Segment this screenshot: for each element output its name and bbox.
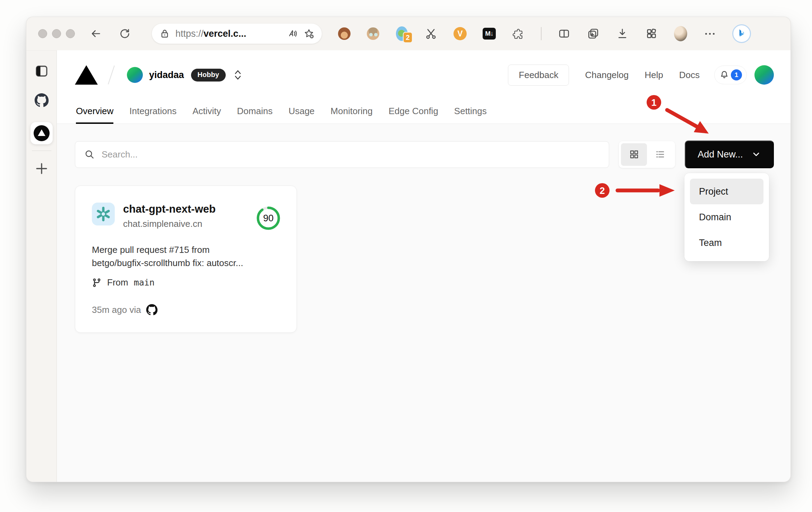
changelog-link[interactable]: Changelog bbox=[585, 70, 629, 80]
analytics-score-ring[interactable]: 90 bbox=[256, 205, 281, 231]
clipper-extension-icon[interactable] bbox=[424, 27, 438, 40]
profile-extension-icon[interactable]: 2 bbox=[395, 27, 408, 40]
tab-overview[interactable]: Overview bbox=[76, 100, 113, 124]
browser-side-tab-bar bbox=[26, 50, 57, 482]
branch-from-label: From bbox=[107, 277, 128, 288]
vercel-tab-active[interactable] bbox=[31, 122, 53, 144]
sidebar-divider bbox=[32, 151, 51, 151]
docs-link[interactable]: Docs bbox=[679, 70, 700, 80]
add-new-label: Add New... bbox=[698, 149, 743, 160]
toggle-pane-button[interactable] bbox=[34, 64, 49, 78]
extension-icons: 2 V M↓ bbox=[338, 24, 751, 43]
github-tab-icon[interactable] bbox=[34, 93, 49, 108]
tab-integrations[interactable]: Integrations bbox=[129, 100, 176, 124]
chevron-down-icon bbox=[751, 150, 761, 159]
refresh-button[interactable] bbox=[117, 26, 132, 41]
close-button[interactable] bbox=[38, 29, 47, 38]
tab-monitoring[interactable]: Monitoring bbox=[330, 100, 372, 124]
team-switcher-icon[interactable] bbox=[233, 69, 243, 81]
v-extension-icon[interactable]: V bbox=[453, 27, 467, 40]
tab-usage[interactable]: Usage bbox=[288, 100, 314, 124]
tab-settings[interactable]: Settings bbox=[454, 100, 487, 124]
dropdown-item-project[interactable]: Project bbox=[690, 179, 763, 204]
project-name[interactable]: chat-gpt-next-web bbox=[123, 203, 216, 216]
team-name[interactable]: yidadaa bbox=[149, 70, 184, 80]
tab-domains[interactable]: Domains bbox=[237, 100, 273, 124]
user-extension-icon[interactable] bbox=[367, 27, 379, 40]
vercel-icon bbox=[34, 125, 50, 141]
add-new-button[interactable]: Add New... bbox=[685, 140, 774, 168]
browser-profile-avatar[interactable] bbox=[674, 27, 687, 40]
analytics-score-value: 90 bbox=[256, 205, 281, 231]
team-avatar[interactable] bbox=[127, 67, 143, 83]
markdown-download-extension-icon[interactable]: M↓ bbox=[483, 27, 496, 40]
feedback-button[interactable]: Feedback bbox=[508, 65, 569, 86]
browser-window: https://vercel.c... 2 V M↓ bbox=[26, 17, 791, 482]
minimize-button[interactable] bbox=[52, 29, 61, 38]
url-text: https://vercel.c... bbox=[175, 28, 282, 39]
project-logo-openai-icon bbox=[92, 203, 115, 225]
search-box[interactable] bbox=[75, 141, 609, 168]
grid-view-icon bbox=[629, 149, 639, 160]
help-link[interactable]: Help bbox=[645, 70, 663, 80]
git-branch-icon bbox=[92, 278, 102, 288]
vercel-dashboard: yidadaa Hobby Feedback Changelog Help Do… bbox=[57, 50, 791, 482]
breadcrumb-slash bbox=[105, 63, 117, 86]
search-input[interactable] bbox=[102, 149, 600, 160]
dropdown-item-team[interactable]: Team bbox=[690, 230, 763, 256]
search-icon bbox=[84, 149, 95, 160]
view-toggle bbox=[619, 141, 675, 168]
split-screen-icon[interactable] bbox=[558, 27, 571, 40]
url-host: vercel.c... bbox=[204, 28, 246, 39]
traffic-lights bbox=[38, 29, 75, 38]
more-menu-icon[interactable] bbox=[703, 27, 716, 40]
grid-view-button[interactable] bbox=[621, 143, 647, 166]
extension-badge: 2 bbox=[403, 32, 413, 43]
notifications-button[interactable]: 1 bbox=[714, 66, 747, 84]
toolbar-divider bbox=[541, 27, 542, 40]
new-tab-button[interactable] bbox=[34, 161, 49, 176]
favorites-icon[interactable] bbox=[304, 28, 314, 39]
project-card[interactable]: chat-gpt-next-web chat.simplenaive.cn 90… bbox=[75, 186, 297, 333]
tampermonkey-extension-icon[interactable] bbox=[338, 27, 351, 40]
vercel-logo[interactable] bbox=[75, 65, 98, 85]
lock-icon bbox=[159, 28, 170, 39]
dropdown-item-domain[interactable]: Domain bbox=[690, 204, 763, 230]
user-avatar[interactable] bbox=[754, 65, 774, 85]
branch-row: From main bbox=[92, 277, 280, 288]
notification-count-badge: 1 bbox=[731, 69, 742, 80]
project-domain[interactable]: chat.simplenaive.cn bbox=[123, 219, 216, 229]
bing-chat-icon[interactable] bbox=[732, 24, 751, 43]
commit-message: Merge pull request #715 from betgo/bugfi… bbox=[92, 243, 280, 270]
dashboard-tabs: Overview Integrations Activity Domains U… bbox=[75, 100, 774, 124]
tab-edge-config[interactable]: Edge Config bbox=[389, 100, 438, 124]
apps-icon[interactable] bbox=[645, 27, 658, 40]
collections-icon[interactable] bbox=[587, 27, 600, 40]
address-bar[interactable]: https://vercel.c... bbox=[152, 24, 322, 44]
tab-activity[interactable]: Activity bbox=[192, 100, 221, 124]
extensions-puzzle-icon[interactable] bbox=[512, 27, 525, 40]
zoom-button[interactable] bbox=[66, 29, 75, 38]
deploy-time: 35m ago via bbox=[92, 305, 141, 315]
list-view-button[interactable] bbox=[647, 143, 673, 166]
add-new-dropdown: Project Domain Team bbox=[684, 173, 769, 261]
bell-icon bbox=[719, 70, 729, 80]
plan-badge: Hobby bbox=[191, 69, 226, 82]
read-aloud-icon[interactable] bbox=[288, 28, 298, 39]
github-icon bbox=[146, 304, 158, 316]
back-button[interactable] bbox=[88, 26, 103, 41]
deploy-meta: 35m ago via bbox=[92, 304, 280, 316]
branch-name: main bbox=[134, 278, 155, 288]
list-view-icon bbox=[655, 149, 665, 160]
browser-toolbar: https://vercel.c... 2 V M↓ bbox=[26, 17, 791, 50]
downloads-icon[interactable] bbox=[616, 27, 629, 40]
url-scheme: https:// bbox=[175, 28, 204, 39]
vercel-header: yidadaa Hobby Feedback Changelog Help Do… bbox=[57, 50, 791, 124]
